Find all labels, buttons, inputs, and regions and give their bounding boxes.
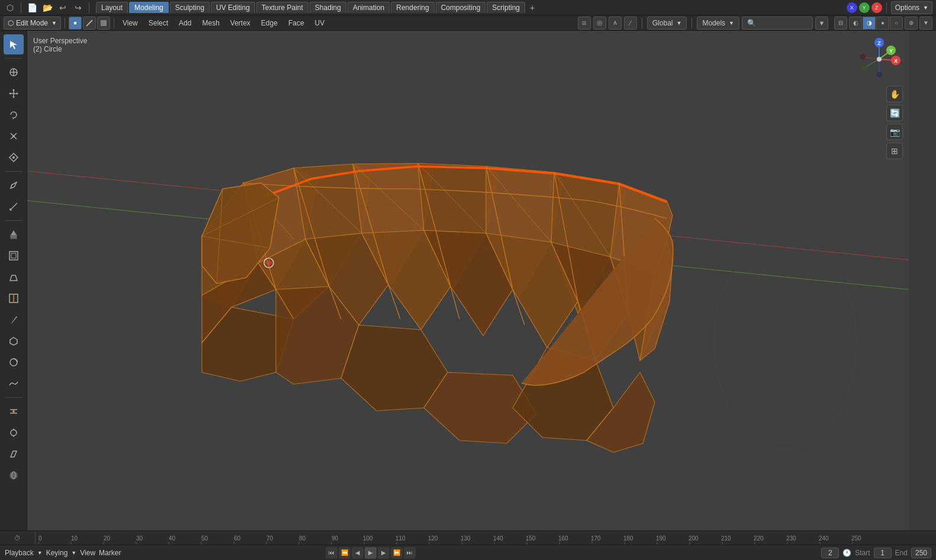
vertex-mode-btn[interactable] [69, 17, 82, 30]
bevel-tool-btn[interactable] [4, 267, 24, 287]
play-btn[interactable]: ▶ [365, 547, 377, 559]
current-frame[interactable]: 2 [821, 548, 839, 558]
scene-options[interactable]: Options ▼ [891, 1, 932, 14]
face-menu[interactable]: Face [284, 17, 309, 30]
add-menu[interactable]: Add [174, 17, 196, 30]
rotate-view-icon[interactable]: 🔄 [886, 105, 903, 121]
workspace-tab-compositing[interactable]: Compositing [436, 2, 486, 13]
move-tool-btn[interactable] [4, 83, 24, 104]
measure-tool-btn[interactable] [4, 197, 24, 217]
to-sphere-tool-btn[interactable] [4, 465, 24, 485]
rotate-tool-btn[interactable] [4, 105, 24, 125]
workspace-tab-shading[interactable]: Shading [310, 2, 346, 13]
transform-selector[interactable]: Global ▼ [647, 17, 687, 30]
search-expand-btn[interactable]: ▼ [815, 17, 828, 30]
timeline-ruler[interactable]: 0 10 20 30 40 50 60 70 80 90 100 110 120 [36, 531, 936, 545]
shear-tool-btn[interactable] [4, 444, 24, 464]
shrink-fatten-tool-btn[interactable] [4, 423, 24, 443]
select-menu[interactable]: Select [144, 17, 173, 30]
smooth-tool-btn[interactable] [4, 374, 24, 394]
viewport-gizmo-btn[interactable]: ⊕ [905, 17, 918, 30]
jump-start-btn[interactable]: ⏮ [326, 547, 337, 559]
vertex-menu[interactable]: Vertex [226, 17, 255, 30]
proportional-btn[interactable]: ◎ [593, 17, 606, 30]
marker-menu[interactable]: Marker [99, 549, 121, 557]
select-tool-btn[interactable] [4, 34, 24, 54]
workspace-tab-animation[interactable]: Animation [348, 2, 390, 13]
transform-tool-btn[interactable] [4, 147, 24, 168]
edge-slide-tool-btn[interactable] [4, 401, 24, 421]
knife-tool-btn[interactable] [4, 310, 24, 330]
view-menu[interactable]: View [118, 17, 143, 30]
annotate-tool-btn[interactable] [4, 175, 24, 195]
xyz-z-btn[interactable]: Z [871, 2, 882, 13]
svg-text:30: 30 [136, 535, 143, 542]
viewport-shade-material-btn[interactable]: ◑ [863, 17, 876, 30]
toolbar-sep4 [5, 397, 22, 398]
blender-logo-icon[interactable]: ⬡ [4, 1, 17, 14]
ortho-icon[interactable]: ⊞ [886, 143, 903, 159]
viewport[interactable]: User Perspective (2) Circle [27, 31, 909, 530]
workspace-tab-modeling[interactable]: Modeling [129, 2, 169, 13]
snap-btn[interactable]: ⧇ [578, 17, 591, 30]
workspace-tab-sculpting[interactable]: Sculpting [170, 2, 210, 13]
workspace-tab-layout[interactable]: Layout [96, 2, 128, 13]
search-bar[interactable]: 🔍 [742, 17, 813, 30]
svg-rect-15 [12, 135, 15, 137]
workspace-tab-texture[interactable]: Texture Paint [256, 2, 308, 13]
edge-mode-btn[interactable] [83, 17, 96, 30]
redo-icon[interactable]: ↪ [72, 1, 85, 14]
toolbar-sep1 [5, 58, 22, 59]
jump-prev-btn[interactable]: ⏪ [339, 547, 350, 559]
models-selector[interactable]: Models ▼ [697, 17, 739, 30]
jump-end-btn[interactable]: ⏭ [404, 547, 416, 559]
svg-marker-44 [353, 163, 433, 285]
uv-menu[interactable]: UV [310, 17, 330, 30]
loop-cut-tool-btn[interactable] [4, 288, 24, 308]
svg-marker-50 [258, 239, 329, 319]
svg-line-82 [578, 301, 590, 337]
frame-start-input[interactable]: 1 [874, 548, 892, 558]
viewport-shade-wire-btn[interactable]: ○ [890, 17, 903, 30]
workspace-tab-scripting[interactable]: Scripting [487, 2, 525, 13]
workspace-tab-rendering[interactable]: Rendering [391, 2, 434, 13]
timeline-area[interactable]: ⏱ 0 10 20 30 40 50 60 70 80 90 100 [0, 530, 936, 545]
spin-tool-btn[interactable] [4, 352, 24, 372]
hand-tool-icon[interactable]: ✋ [886, 86, 903, 102]
new-icon[interactable]: 📄 [25, 1, 38, 14]
add-workspace-btn[interactable]: + [526, 2, 538, 14]
face-mode-btn[interactable] [97, 17, 110, 30]
open-icon[interactable]: 📂 [41, 1, 54, 14]
xyz-x-btn[interactable]: X [847, 2, 857, 13]
cursor-tool-btn[interactable] [4, 62, 24, 82]
mode-selector[interactable]: ⬡ Edit Mode ▼ [4, 17, 61, 30]
separator2 [89, 2, 89, 13]
viewport-overlay-extra-btn[interactable]: ▼ [919, 17, 932, 30]
tweak-btn[interactable]: ∕ [624, 17, 637, 30]
prev-frame-btn[interactable]: ◀ [352, 547, 364, 559]
viewport-shade-render-btn[interactable]: ● [876, 17, 889, 30]
nav-gizmo[interactable]: Y X Z ✋ 🔄 📷 ⊞ [855, 36, 903, 83]
frame-end-input[interactable]: 250 [911, 548, 931, 558]
svg-marker-42 [243, 168, 317, 289]
view-bottom-menu[interactable]: View [80, 549, 95, 557]
workspace-tab-uv[interactable]: UV Editing [211, 2, 255, 13]
next-frame-btn[interactable]: ▶ [378, 547, 390, 559]
edge-menu[interactable]: Edge [256, 17, 282, 30]
playback-menu[interactable]: Playback ▼ [5, 549, 43, 557]
extrude-tool-btn[interactable] [4, 224, 24, 244]
viewport-shade-solid-btn[interactable]: ◐ [849, 17, 862, 30]
undo-icon[interactable]: ↩ [56, 1, 69, 14]
viewport-overlay-btn[interactable]: ⊟ [834, 17, 847, 30]
search-icon: 🔍 [747, 19, 756, 27]
xyz-y-btn[interactable]: Y [859, 2, 870, 13]
camera-icon[interactable]: 📷 [886, 124, 903, 140]
svg-text:160: 160 [558, 535, 568, 542]
mesh-menu[interactable]: Mesh [197, 17, 224, 30]
inset-tool-btn[interactable] [4, 246, 24, 266]
transform-options-btn[interactable]: ∧ [609, 17, 622, 30]
scale-tool-btn[interactable] [4, 126, 24, 146]
keying-menu[interactable]: Keying ▼ [46, 549, 77, 557]
poly-build-tool-btn[interactable] [4, 331, 24, 351]
jump-next-btn[interactable]: ⏩ [391, 547, 403, 559]
